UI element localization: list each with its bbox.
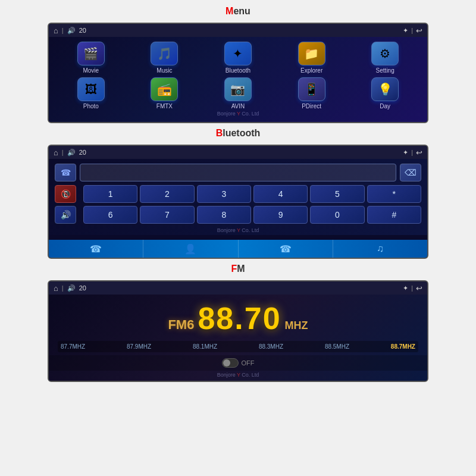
menu-icon-photo: 🖼 [77, 77, 105, 101]
menu-item-setting[interactable]: ⚙ Setting [350, 42, 420, 74]
fm-station-887MHZ[interactable]: 88.7MHZ [391, 343, 415, 350]
fm-station-885MHZ[interactable]: 88.5MHZ [325, 343, 349, 350]
menu-item-day[interactable]: 💡 Day [350, 77, 420, 109]
fm-home-icon[interactable]: ⌂ [54, 284, 58, 293]
fm-bottom: OFF [49, 355, 427, 371]
menu-title-rest: enu [233, 6, 250, 16]
fm-station-883MHZ[interactable]: 88.3MHZ [259, 343, 283, 350]
menu-grid: 🎬 Movie 🎵 Music ✦ Bluetooth 📁 Explorer ⚙… [56, 42, 420, 109]
home-icon[interactable]: ⌂ [54, 26, 58, 35]
fm-volume-num: 20 [79, 284, 86, 292]
vol-icon: 🔊 [67, 27, 76, 35]
bt-text-input[interactable] [80, 164, 396, 181]
fm-stations-bar: 87.7MHZ87.9MHZ88.1MHZ88.3MHZ88.5MHZ88.7M… [58, 341, 418, 352]
menu-item-fmtx[interactable]: 📻 FMTX [130, 77, 200, 109]
bt-volume-button[interactable]: 🔊 [55, 206, 76, 224]
fm-back-icon[interactable]: ↩ [416, 284, 422, 293]
bt-icon: ✦ [403, 27, 408, 35]
fm-sep2: | [411, 284, 413, 292]
menu-item-avin[interactable]: 📷 AVIN [203, 77, 273, 109]
fm-bt-icon: ✦ [403, 284, 408, 292]
fm-station-881MHZ[interactable]: 88.1MHZ [193, 343, 217, 350]
bt-key-3[interactable]: 3 [197, 185, 251, 203]
bt-bottom-btn-1[interactable]: 👤 [143, 240, 238, 258]
bt-key-*[interactable]: * [367, 185, 421, 203]
section-menu-title: Menu [226, 6, 250, 17]
bt-home-icon[interactable]: ⌂ [54, 148, 58, 157]
bt-sep1: | [62, 149, 64, 156]
bt-vol-icon: 🔊 [67, 149, 76, 156]
bt-hangup-button[interactable]: 📵 [55, 185, 76, 203]
bt-sep2: | [411, 149, 413, 156]
menu-label-music: Music [156, 67, 172, 74]
menu-label-bluetooth: Bluetooth [226, 67, 250, 74]
back-icon[interactable]: ↩ [416, 26, 422, 35]
fm-content: FM6 88.70 MHZ 87.7MHZ87.9MHZ88.1MHZ88.3M… [49, 295, 427, 381]
menu-label-movie: Movie [83, 67, 99, 74]
menu-label-pdirect: PDirect [302, 103, 321, 109]
bt-status-bar: ⌂ | 🔊 20 ✦ | ↩ [49, 146, 427, 159]
bt-volume-num: 20 [79, 149, 86, 156]
fm-toggle-dot [223, 359, 230, 367]
fm-toggle-switch[interactable] [222, 358, 239, 368]
bt-key-#[interactable]: # [367, 206, 421, 224]
sep2: | [411, 27, 413, 34]
menu-item-photo[interactable]: 🖼 Photo [56, 77, 126, 109]
menu-item-music[interactable]: 🎵 Music [130, 42, 200, 74]
bt-key-5[interactable]: 5 [310, 185, 364, 203]
right-status: ✦ | ↩ [403, 26, 422, 35]
bt-call-button[interactable]: ☎ [55, 164, 76, 181]
fm-screen: ⌂ | 🔊 20 ✦ | ↩ FM6 88.70 MHZ 87.7MHZ87.9… [48, 280, 428, 382]
fm-toggle[interactable]: OFF [222, 358, 255, 368]
menu-item-movie[interactable]: 🎬 Movie [56, 42, 126, 74]
fm-station-877MHZ[interactable]: 87.7MHZ [61, 343, 85, 350]
menu-label-setting: Setting [376, 67, 394, 74]
bt-right-status: ✦ | ↩ [403, 148, 422, 157]
bt-back-icon[interactable]: ↩ [416, 148, 422, 157]
bt-key-6[interactable]: 6 [83, 206, 137, 224]
bt-key-7[interactable]: 7 [140, 206, 194, 224]
menu-label-avin: AVIN [231, 103, 245, 109]
bt-bottom-bar: ☎👤☎♫ [49, 240, 427, 258]
bt-key-1[interactable]: 1 [83, 185, 137, 203]
bt-watermark: Bonjore Y Co. Ltd [55, 226, 421, 235]
fm-right-status: ✦ | ↩ [403, 284, 422, 293]
fm-station-879MHZ[interactable]: 87.9MHZ [127, 343, 151, 350]
menu-label-day: Day [380, 103, 390, 109]
menu-title-red: M [226, 6, 233, 16]
section-bt-title: Bluetooth [216, 128, 261, 139]
menu-item-pdirect[interactable]: 📱 PDirect [277, 77, 347, 109]
bt-key-9[interactable]: 9 [253, 206, 308, 224]
menu-icon-fmtx: 📻 [151, 77, 178, 101]
fm-watermark: Bonjore Y Co. Ltd [49, 371, 427, 381]
menu-icon-explorer: 📁 [298, 42, 325, 65]
watermark-bonjore: Bonjore [217, 111, 237, 117]
menu-icon-bluetooth: ✦ [224, 42, 252, 65]
menu-icon-music: 🎵 [151, 42, 178, 65]
bt-keypad: 12345*67890# [83, 185, 421, 224]
volume-num: 20 [79, 27, 86, 34]
bt-key-2[interactable]: 2 [140, 185, 194, 203]
fm-band-label: FM6 [168, 317, 194, 333]
menu-label-photo: Photo [83, 103, 99, 109]
bt-key-8[interactable]: 8 [197, 206, 251, 224]
bt-title-rest: luetooth [223, 128, 260, 138]
menu-item-explorer[interactable]: 📁 Explorer [277, 42, 347, 74]
bt-bottom-btn-3[interactable]: ♫ [333, 240, 427, 258]
menu-item-bluetooth[interactable]: ✦ Bluetooth [203, 42, 273, 74]
fm-title-rest: M [237, 264, 245, 274]
fm-freq-display: FM6 88.70 MHZ [58, 300, 418, 336]
menu-icon-movie: 🎬 [77, 42, 105, 65]
bt-bottom-btn-2[interactable]: ☎ [239, 240, 333, 258]
menu-label-explorer: Explorer [300, 67, 322, 74]
bluetooth-screen: ⌂ | 🔊 20 ✦ | ↩ ☎ ⌫ 📵 🔊 12345*67890# Bonj… [48, 145, 428, 259]
fm-title-red: F [231, 264, 237, 274]
bt-key-4[interactable]: 4 [253, 185, 308, 203]
bt-keypad-area: 📵 🔊 12345*67890# [55, 185, 421, 224]
menu-icon-day: 💡 [371, 77, 399, 101]
fm-sep1: | [62, 284, 64, 292]
bt-bottom-btn-0[interactable]: ☎ [49, 240, 143, 258]
bt-delete-button[interactable]: ⌫ [400, 164, 421, 181]
menu-label-fmtx: FMTX [156, 103, 173, 109]
bt-key-0[interactable]: 0 [310, 206, 364, 224]
